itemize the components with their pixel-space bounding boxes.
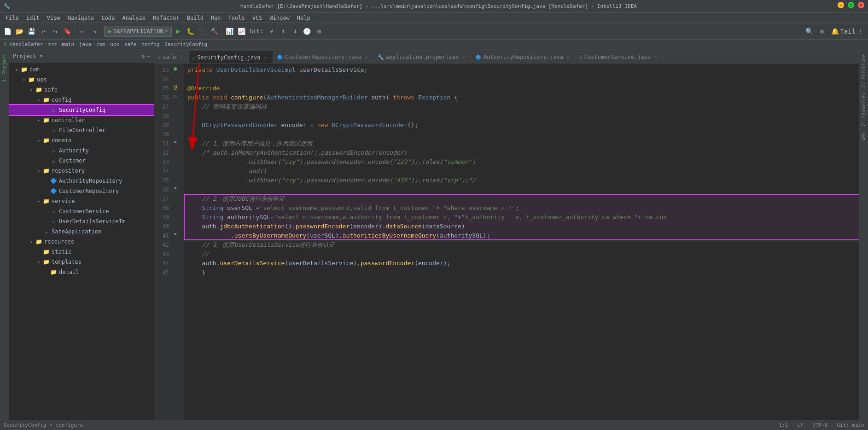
menu-code[interactable]: Code (98, 13, 119, 23)
breadcrumb-safe[interactable]: safe (124, 41, 137, 47)
terminal-button[interactable]: Tail (842, 26, 853, 37)
tab-application[interactable]: 🔧 application.properties × (374, 51, 472, 63)
tree-item-userdetailsserviceimpl[interactable]: ☕ UserDetailsServiceIm (9, 216, 154, 227)
tree-item-resources[interactable]: ▾ 📁 resources (9, 237, 154, 247)
back-button[interactable]: ← (77, 26, 88, 37)
tab-close-safe[interactable]: × (180, 55, 183, 60)
menu-build[interactable]: Build (183, 13, 207, 23)
tree-item-filecontroller[interactable]: ☕ FileController (9, 125, 154, 135)
tree-item-service[interactable]: ▾ 📁 service (9, 196, 154, 206)
tree-item-authority[interactable]: ☕ Authority (9, 145, 154, 156)
tab-securityconfig[interactable]: ☕ SecurityConfig.java × (189, 51, 273, 63)
debug-button[interactable]: 🐛 (185, 26, 196, 37)
tree-label-filecontroller: FileController (59, 127, 105, 134)
tree-item-controller[interactable]: ▾ 📁 controller (9, 115, 154, 125)
maximize-button[interactable]: □ (848, 2, 854, 8)
bookmark-button[interactable]: 🔖 (62, 26, 73, 37)
toolbar-separator-1 (75, 27, 75, 36)
breadcrumb-config[interactable]: config (141, 41, 160, 47)
tree-item-detail[interactable]: 📁 detail (9, 267, 154, 277)
project-collapse-icon[interactable]: – (147, 53, 150, 59)
menu-file[interactable]: File (2, 13, 23, 23)
tree-label-domain: domain (52, 137, 71, 144)
tab-customerservice[interactable]: ☕ CustomerService.java × (576, 51, 663, 63)
tab-close-securityconfig[interactable]: × (264, 55, 267, 60)
breadcrumb-com[interactable]: com (96, 41, 105, 47)
menu-view[interactable]: View (43, 13, 64, 23)
stop-button[interactable]: ⬛ (197, 26, 208, 37)
run-button[interactable]: ▶ (173, 26, 184, 37)
tree-item-customerrepository[interactable]: 🔷 CustomerRepository (9, 186, 154, 196)
save-button[interactable]: 💾 (26, 26, 37, 37)
menu-refactor[interactable]: Refactor (149, 13, 183, 23)
minimize-button[interactable]: − (838, 2, 844, 8)
code-content[interactable]: private UserDetailsServiceImpl userDetai… (184, 64, 859, 430)
menu-analyze[interactable]: Analyze (118, 13, 149, 23)
menu-help[interactable]: Help (293, 13, 314, 23)
breadcrumb-uos[interactable]: uos (110, 41, 119, 47)
tab-icon-application: 🔧 (378, 54, 384, 60)
tab-close-customerservice[interactable]: × (654, 55, 657, 60)
tree-item-uos[interactable]: ▾ 📁 uos (9, 75, 154, 85)
tree-item-domain[interactable]: ▾ 📁 domain (9, 135, 154, 145)
tree-item-config[interactable]: ▾ 📁 config (9, 95, 154, 105)
tab-close-application[interactable]: × (463, 55, 466, 60)
vtab-web[interactable]: Web (860, 129, 867, 143)
close-button[interactable]: × (858, 2, 864, 8)
tree-item-safeapplication[interactable]: ☕ SafeApplication (9, 227, 154, 237)
tree-item-authorityrepository[interactable]: 🔷 AuthorityRepository (9, 176, 154, 186)
tree-item-repository[interactable]: ▾ 📁 repository (9, 166, 154, 176)
tree-item-safe[interactable]: ▾ 📁 safe (9, 85, 154, 95)
tree-label-authority: Authority (59, 147, 89, 154)
coverage-button[interactable]: 📊 (224, 26, 235, 37)
notifications[interactable]: 🔔 (829, 26, 840, 37)
vtab-project[interactable]: 1: Project (1, 52, 8, 85)
tab-close-customerrepository[interactable]: × (365, 55, 368, 60)
breadcrumb-java[interactable]: java (79, 41, 92, 47)
git-branch[interactable]: ⑂ (266, 26, 277, 37)
tree-item-securityconfig[interactable]: ☕ SecurityConfig (9, 105, 154, 115)
git-push[interactable]: ⬆ (278, 26, 289, 37)
settings-button[interactable]: ⚙ (816, 26, 827, 37)
folder-icon: 📁 (42, 116, 50, 124)
tree-item-customer[interactable]: ☕ Customer (9, 156, 154, 166)
menu-tools[interactable]: Tools (225, 13, 249, 23)
menu-vcs[interactable]: VCS (249, 13, 266, 23)
code-line-32: /* auth.inMemoryAuthentication().passwor… (187, 148, 859, 157)
profile-button[interactable]: 📈 (236, 26, 247, 37)
tab-close-authorityrepository[interactable]: × (567, 55, 570, 60)
menu-edit[interactable]: Edit (23, 13, 43, 23)
open-button[interactable]: 📂 (14, 26, 25, 37)
vtab-favorites[interactable]: Z: Favorites (860, 90, 867, 129)
tree-item-customerservice[interactable]: ☕ CustomerService (9, 206, 154, 216)
tree-item-templates[interactable]: ▾ 📁 templates (9, 257, 154, 267)
app-icon: 🔧 (4, 3, 10, 9)
project-gear-icon[interactable]: ⚙ (142, 53, 145, 59)
git-history[interactable]: 🕐 (302, 26, 313, 37)
menu-run[interactable]: Run (207, 13, 225, 23)
build-button[interactable]: 🔨 (209, 26, 220, 37)
git-pull[interactable]: ⬇ (290, 26, 301, 37)
vtab-structure[interactable]: Z: Structure (860, 52, 867, 90)
tree-item-static[interactable]: 📁 static (9, 247, 154, 257)
menu-navigate[interactable]: Navigate (64, 13, 98, 23)
breadcrumb-main[interactable]: main (62, 41, 75, 47)
search-everywhere[interactable]: 🔍 (804, 26, 815, 37)
forward-button[interactable]: → (89, 26, 100, 37)
new-button[interactable]: 📄 (2, 26, 13, 37)
breadcrumb-src[interactable]: src (48, 41, 57, 47)
git-settings[interactable]: ⚙ (314, 26, 325, 37)
menu-window[interactable]: Window (266, 13, 293, 23)
tab-authorityrepository[interactable]: 🔷 AuthorityRepository.java × (472, 51, 576, 63)
code-line-24 (187, 75, 859, 84)
tab-safe[interactable]: ☕ safe × (154, 51, 189, 63)
breadcrumb-handleSafer[interactable]: HandleSafer (10, 41, 43, 47)
run-config-dropdown[interactable]: ▶ SAFEAPPLICATION ▼ (104, 26, 172, 37)
undo-button[interactable]: ↩ (38, 26, 49, 37)
more-tools[interactable]: ⋮ (855, 26, 866, 37)
tree-item-com[interactable]: ▾ 📁 com (9, 64, 154, 75)
tab-label-safe: safe (163, 54, 176, 60)
redo-button[interactable]: ↪ (50, 26, 61, 37)
breadcrumb-securityconfig[interactable]: SecurityConfig (164, 41, 207, 47)
tab-customerrepository[interactable]: 🔷 CustomerRepository.java × (273, 51, 374, 63)
